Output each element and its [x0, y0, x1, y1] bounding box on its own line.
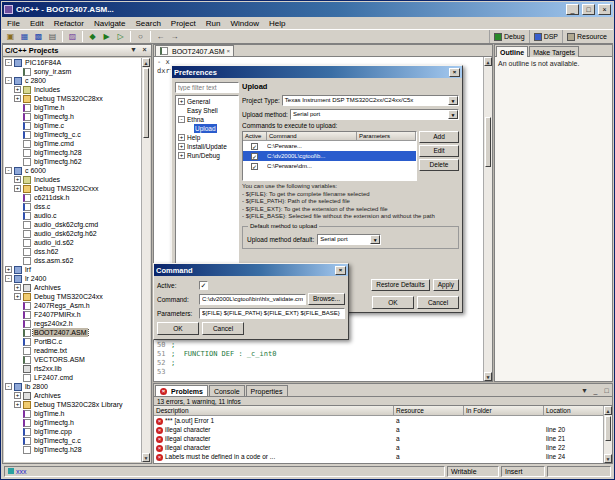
tree-item[interactable]: +Debug TMS320C28x Library	[4, 400, 141, 409]
expander-icon[interactable]: -	[5, 167, 12, 174]
command-row[interactable]: ✓C:\dv2000L\cgtool\b...	[243, 151, 416, 161]
problem-row[interactable]: ×illegal characteraline 24	[154, 461, 612, 463]
tree-item[interactable]: bigTimecfg.h	[4, 112, 141, 121]
tree-item[interactable]: audio.c	[4, 211, 141, 220]
expander-icon[interactable]: +	[178, 98, 185, 105]
run-icon[interactable]: ▶	[100, 30, 113, 43]
preferences-tree-item[interactable]: +Help	[177, 133, 237, 142]
command-row[interactable]: ✓C:\Perware\dm...	[243, 161, 416, 171]
scroll-down-icon[interactable]: ▼	[142, 453, 150, 462]
problem-row[interactable]: ×illegal characteraline 20	[154, 425, 612, 434]
preferences-tree-item[interactable]: -Ethna	[177, 115, 237, 124]
scroll-up-icon[interactable]: ▲	[604, 406, 612, 415]
tree-item[interactable]: -c 2800	[4, 76, 141, 85]
tree-item[interactable]: audio_dsk62cfg.h62	[4, 229, 141, 238]
column-in-folder[interactable]: In Folder	[464, 406, 544, 416]
expander-icon[interactable]: -	[5, 59, 12, 66]
command-row[interactable]: ✓C:\Perware...	[243, 141, 416, 151]
menu-search[interactable]: Search	[131, 19, 166, 28]
tree-item[interactable]: readme.txt	[4, 346, 141, 355]
save-icon[interactable]: ▦	[18, 30, 31, 43]
close-icon[interactable]: ×	[227, 48, 231, 54]
tree-item[interactable]: bigTime.cmd	[4, 139, 141, 148]
new-wizard-icon[interactable]: ▣	[4, 30, 17, 43]
column-active[interactable]: Active	[243, 132, 267, 141]
tree-item[interactable]: +Archives	[4, 391, 141, 400]
close-icon[interactable]: ×	[335, 266, 346, 275]
tree-item[interactable]: bigTimecfg_c.c	[4, 436, 141, 445]
default-method-select[interactable]: Serial port ▼	[317, 234, 381, 245]
scroll-up-icon[interactable]: ▲	[142, 58, 150, 67]
menu-refactor[interactable]: Refactor	[49, 19, 89, 28]
tree-item[interactable]: bigTime.c	[4, 121, 141, 130]
ok-button[interactable]: OK	[372, 296, 414, 309]
close-button[interactable]: ×	[598, 4, 611, 15]
minimize-icon[interactable]: _	[591, 387, 600, 396]
expander-icon[interactable]: -	[178, 116, 185, 123]
expander-icon[interactable]: +	[178, 143, 185, 150]
menu-navigate[interactable]: Navigate	[89, 19, 131, 28]
tree-item[interactable]: audio_dsk62cfg.cmd	[4, 220, 141, 229]
debug-icon[interactable]: ◆	[86, 30, 99, 43]
back-icon[interactable]: ←	[154, 30, 167, 43]
expander-icon[interactable]: +	[178, 134, 185, 141]
tree-item[interactable]: bigTime.h	[4, 409, 141, 418]
menu-edit[interactable]: Edit	[25, 19, 49, 28]
browse-button[interactable]: Browse...	[308, 293, 345, 305]
preferences-tree-item[interactable]: +Run/Debug	[177, 151, 237, 160]
tree-item[interactable]: +Debug TMS320C24xx	[4, 292, 141, 301]
tab-outline[interactable]: Outline	[496, 46, 528, 57]
tree-item[interactable]: BOOT2407.ASM	[4, 328, 141, 337]
expander-icon[interactable]: +	[14, 392, 21, 399]
tree-item[interactable]: bigTimecfg.h62	[4, 157, 141, 166]
problem-row[interactable]: ×illegal characteraline 21	[154, 434, 612, 443]
search-icon[interactable]: ○	[134, 30, 147, 43]
expander-icon[interactable]: -	[5, 77, 12, 84]
problem-row[interactable]: ×Labels must be defined in a code or ...…	[154, 452, 612, 461]
tree-item[interactable]: 2407Regs_Asm.h	[4, 301, 141, 310]
tree-item[interactable]: dss.asm.s62	[4, 256, 141, 265]
chevron-down-icon[interactable]: ▼	[370, 235, 380, 244]
tree-item[interactable]: +Debug TMS320Cxxx	[4, 184, 141, 193]
tree-item[interactable]: c6211dsk.h	[4, 193, 141, 202]
forward-icon[interactable]: →	[168, 30, 181, 43]
expander-icon[interactable]: -	[5, 275, 12, 282]
close-icon[interactable]: ×	[140, 46, 149, 55]
tree-item[interactable]: sony_ir.asm	[4, 67, 141, 76]
scroll-up-icon[interactable]: ▲	[484, 57, 492, 66]
tree-item[interactable]: audio_id.s62	[4, 238, 141, 247]
preferences-tree-item[interactable]: Easy Shell	[177, 106, 237, 115]
active-checkbox[interactable]: ✓	[199, 281, 208, 290]
tree-item[interactable]: +Includes	[4, 85, 141, 94]
tree-item[interactable]: LF2407.cmd	[4, 373, 141, 382]
perspective-resource[interactable]: Resource	[562, 30, 611, 43]
column-resource[interactable]: Resource	[394, 406, 464, 416]
tree-item[interactable]: bigTimecfg_c.c	[4, 130, 141, 139]
perspective-debug[interactable]: Debug	[489, 30, 529, 43]
external-tools-icon[interactable]: ▷	[114, 30, 127, 43]
scroll-down-icon[interactable]: ▼	[604, 454, 612, 463]
menu-window[interactable]: Window	[225, 19, 263, 28]
apply-button[interactable]: Apply	[433, 279, 459, 291]
tab-make-targets[interactable]: Make Targets	[529, 46, 579, 57]
preferences-tree-item[interactable]: Upload	[177, 124, 237, 133]
expander-icon[interactable]: +	[178, 152, 185, 159]
scrollbar-thumb[interactable]	[485, 117, 491, 167]
tree-item[interactable]: +Includes	[4, 175, 141, 184]
filter-icon[interactable]: ▼	[580, 387, 589, 396]
tree-item[interactable]: +lrf	[4, 265, 141, 274]
command-input[interactable]	[199, 294, 306, 305]
tree-item[interactable]: rts2xx.lib	[4, 364, 141, 373]
expander-icon[interactable]: +	[14, 401, 21, 408]
print-icon[interactable]: ▤	[46, 30, 59, 43]
tree-item[interactable]: +Debug TMS320C28xx	[4, 94, 141, 103]
tree-item[interactable]: bigTimecfg.h	[4, 418, 141, 427]
menu-help[interactable]: Help	[264, 19, 290, 28]
editor-tab-boot2407[interactable]: BOOT2407.ASM ×	[155, 45, 234, 56]
tree-item[interactable]: -lb 2800	[4, 382, 141, 391]
preferences-tree-item[interactable]: +General	[177, 97, 237, 106]
problem-row[interactable]: ×*** [a.out] Error 1a	[154, 416, 612, 425]
perspective-dsp[interactable]: DSP	[529, 30, 562, 43]
active-checkbox[interactable]: ✓	[251, 143, 258, 150]
problems-scrollbar[interactable]: ▲ ▼	[603, 406, 612, 463]
